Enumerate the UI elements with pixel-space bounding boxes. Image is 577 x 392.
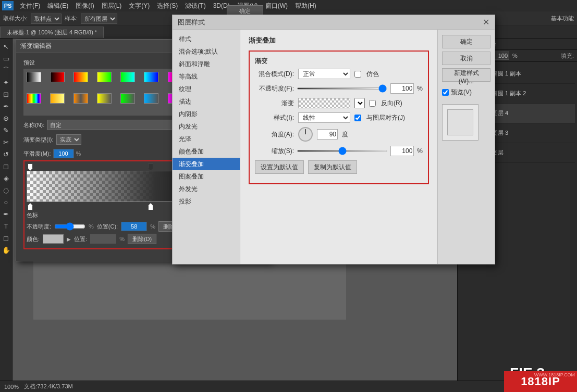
menu-file[interactable]: 文件(F) bbox=[17, 1, 43, 11]
sample-select[interactable]: 所有图层 bbox=[81, 14, 117, 24]
tool-brush[interactable]: ✎ bbox=[1, 124, 12, 136]
ge-color-pos-input[interactable] bbox=[90, 234, 116, 244]
tool-pen[interactable]: ✒ bbox=[1, 208, 12, 220]
opacity-pct: % bbox=[512, 53, 518, 59]
preset-swatch-4[interactable] bbox=[120, 72, 135, 82]
preset-swatch-12[interactable] bbox=[73, 93, 88, 104]
menu-text[interactable]: 文字(Y) bbox=[126, 1, 153, 11]
ls-opacity-value[interactable] bbox=[390, 83, 414, 94]
tool-eraser[interactable]: ◻ bbox=[1, 160, 12, 172]
preset-swatch-0[interactable] bbox=[27, 72, 41, 82]
ls-scale-row: 缩放(S): % bbox=[255, 146, 423, 156]
tool-gradient[interactable]: ◈ bbox=[1, 172, 12, 184]
ls-style-select[interactable]: 线性 bbox=[298, 112, 350, 123]
ls-nav-outer-glow[interactable]: 外发光 bbox=[173, 183, 240, 195]
ls-nav-inner-shadow[interactable]: 内阴影 bbox=[173, 108, 240, 120]
ls-angle-input[interactable] bbox=[317, 129, 338, 140]
ls-angle-dial[interactable] bbox=[298, 127, 313, 142]
preset-swatch-13[interactable] bbox=[97, 93, 112, 104]
ls-nav-drop-shadow[interactable]: 投影 bbox=[173, 195, 240, 208]
ls-nav-bevel[interactable]: 斜面和浮雕 bbox=[173, 58, 240, 70]
tool-spot-heal[interactable]: ⊕ bbox=[1, 112, 12, 124]
ge-smoothness-input[interactable] bbox=[53, 149, 74, 158]
basic-function-label: 基本功能 bbox=[551, 15, 574, 22]
ge-opacity-stop-left[interactable] bbox=[28, 163, 33, 171]
ls-set-default-btn[interactable]: 设置为默认值 bbox=[255, 160, 304, 174]
ls-align-checkbox[interactable] bbox=[354, 115, 361, 121]
ls-nav-color-overlay[interactable]: 颜色叠加 bbox=[173, 145, 240, 158]
tool-lasso[interactable]: ⌒ bbox=[1, 65, 12, 76]
preset-swatch-1[interactable] bbox=[50, 72, 65, 82]
menu-window[interactable]: 窗口(W) bbox=[262, 1, 291, 11]
menu-help[interactable]: 帮助(H) bbox=[292, 1, 320, 11]
ls-reverse-checkbox[interactable] bbox=[369, 100, 376, 107]
menu-select[interactable]: 选择(S) bbox=[154, 1, 181, 11]
ls-nav-blend[interactable]: 混合选项:默认 bbox=[173, 45, 240, 58]
preset-swatch-2[interactable] bbox=[73, 72, 88, 82]
ge-color-swatch[interactable] bbox=[43, 234, 64, 244]
ls-gradient-swatch[interactable] bbox=[298, 98, 350, 108]
ls-align-label: 与图层对齐(J) bbox=[366, 113, 405, 122]
ge-color-stop-center[interactable] bbox=[148, 203, 153, 210]
menu-image[interactable]: 图像(I) bbox=[72, 1, 97, 11]
tool-blur[interactable]: ◌ bbox=[1, 184, 12, 196]
ge-position-unit: % bbox=[150, 223, 155, 230]
ge-delete-color-btn[interactable]: 删除(D) bbox=[128, 234, 156, 244]
ls-dither-checkbox[interactable] bbox=[354, 71, 361, 78]
menu-filter[interactable]: 滤镜(T) bbox=[182, 1, 208, 11]
tool-crop[interactable]: ⊡ bbox=[1, 88, 12, 100]
preset-swatch-14[interactable] bbox=[120, 93, 135, 104]
preset-swatch-5[interactable] bbox=[144, 72, 158, 82]
menu-layer[interactable]: 图层(L) bbox=[99, 1, 125, 11]
ge-position-input[interactable] bbox=[121, 222, 147, 231]
ls-close-btn[interactable]: ✕ bbox=[483, 17, 489, 27]
ls-section-title: 渐变叠加 bbox=[249, 36, 429, 45]
ls-nav-texture[interactable]: 纹理 bbox=[173, 83, 240, 95]
ls-scale-value[interactable] bbox=[390, 146, 414, 156]
ls-dither-label: 仿色 bbox=[366, 70, 379, 79]
preset-swatch-15[interactable] bbox=[144, 93, 158, 104]
ge-opacity-slider[interactable] bbox=[54, 222, 85, 231]
menu-edit[interactable]: 编辑(E) bbox=[44, 1, 71, 11]
tool-shape[interactable]: ◻ bbox=[1, 232, 12, 244]
sample-size-select[interactable]: 取样点 bbox=[31, 14, 62, 24]
ge-color-arrow-icon[interactable]: ▶ bbox=[67, 236, 71, 242]
preset-swatch-3[interactable] bbox=[97, 72, 112, 82]
tool-marquee[interactable]: ▭ bbox=[1, 53, 12, 64]
statusbar: 100% 文档:732.4K/3.73M bbox=[0, 381, 577, 392]
tool-clone[interactable]: ✂ bbox=[1, 136, 12, 148]
ls-nav-inner-glow[interactable]: 内发光 bbox=[173, 120, 240, 133]
ls-opacity-slider[interactable] bbox=[297, 87, 387, 90]
ls-nav-gradient-overlay[interactable]: 渐变叠加 bbox=[173, 158, 240, 170]
ls-titlebar[interactable]: 图层样式 ✕ bbox=[173, 15, 495, 30]
preset-swatch-11[interactable] bbox=[50, 93, 65, 104]
ls-nav-pattern-overlay[interactable]: 图案叠加 bbox=[173, 170, 240, 183]
tool-text[interactable]: T bbox=[1, 220, 12, 232]
tool-dodge[interactable]: ○ bbox=[1, 196, 12, 208]
ls-reset-default-btn[interactable]: 复制为默认值 bbox=[308, 160, 357, 174]
ls-gradient-arrow[interactable] bbox=[354, 98, 365, 108]
ls-nav-contour[interactable]: 等高线 bbox=[173, 70, 240, 83]
ge-opacity-stop-center[interactable] bbox=[148, 163, 153, 171]
document-tab[interactable]: 未标题-1 @ 100% (图层 4 RGB/8) * bbox=[0, 27, 104, 38]
ls-cancel-btn[interactable]: 取消 bbox=[442, 52, 490, 65]
ls-opacity-pct: % bbox=[417, 85, 423, 92]
ls-preview-checkbox[interactable] bbox=[442, 89, 449, 96]
ls-opacity-label: 不透明度(F): bbox=[255, 84, 294, 93]
ls-new-style-btn[interactable]: 新建样式(W)... bbox=[442, 68, 490, 82]
tool-hand[interactable]: ✋ bbox=[1, 244, 12, 256]
preset-swatch-10[interactable] bbox=[27, 93, 41, 104]
tool-magic-wand[interactable]: ✦ bbox=[1, 77, 12, 88]
ls-nav-stroke[interactable]: 描边 bbox=[173, 95, 240, 108]
ls-blend-select[interactable]: 正常 bbox=[298, 69, 350, 79]
ls-reverse-label: 反向(R) bbox=[381, 99, 402, 108]
ls-nav-style[interactable]: 样式 bbox=[173, 33, 240, 45]
ls-confirm-btn[interactable]: 确定 bbox=[442, 35, 490, 48]
tool-eyedropper[interactable]: ✒ bbox=[1, 100, 12, 112]
ge-type-select[interactable]: 实底 bbox=[56, 134, 81, 145]
tool-move[interactable]: ↖ bbox=[1, 41, 12, 52]
ge-color-stop-left[interactable] bbox=[28, 203, 33, 210]
tool-history[interactable]: ↺ bbox=[1, 148, 12, 160]
ls-scale-slider[interactable] bbox=[297, 150, 387, 152]
ls-nav-satin[interactable]: 光泽 bbox=[173, 133, 240, 145]
